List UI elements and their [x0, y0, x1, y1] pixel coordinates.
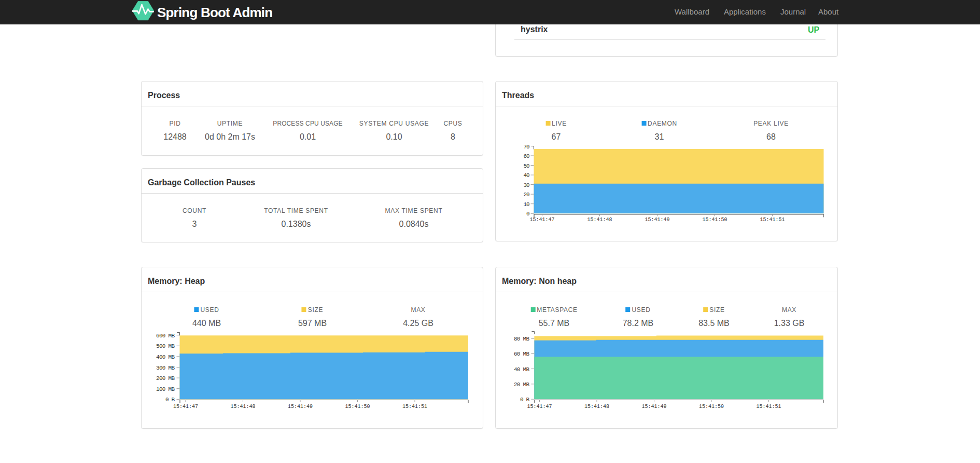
svg-text:15:41:49: 15:41:49 — [641, 404, 666, 410]
svg-text:15:41:51: 15:41:51 — [402, 404, 427, 410]
svg-text:15:41:51: 15:41:51 — [756, 404, 781, 410]
svg-text:15:41:50: 15:41:50 — [702, 217, 727, 223]
svg-text:500 MB: 500 MB — [156, 343, 175, 349]
svg-text:0 B: 0 B — [165, 397, 175, 403]
svg-text:10: 10 — [524, 201, 530, 208]
svg-text:15:41:48: 15:41:48 — [587, 217, 612, 223]
svg-text:60 MB: 60 MB — [514, 351, 529, 357]
svg-text:15:41:48: 15:41:48 — [584, 404, 609, 410]
svg-text:100 MB: 100 MB — [156, 386, 175, 392]
svg-text:50: 50 — [524, 163, 530, 169]
svg-text:30: 30 — [524, 182, 530, 188]
svg-text:20 MB: 20 MB — [514, 382, 529, 388]
svg-text:15:41:47: 15:41:47 — [527, 404, 552, 410]
svg-text:40 MB: 40 MB — [514, 366, 529, 373]
svg-text:15:41:49: 15:41:49 — [645, 217, 669, 223]
svg-text:0: 0 — [526, 211, 530, 217]
svg-text:600 MB: 600 MB — [156, 333, 175, 339]
svg-text:15:41:49: 15:41:49 — [288, 404, 313, 410]
svg-text:15:41:50: 15:41:50 — [699, 404, 724, 410]
svg-text:400 MB: 400 MB — [156, 354, 175, 360]
svg-text:0 B: 0 B — [520, 397, 529, 403]
svg-text:15:41:50: 15:41:50 — [345, 404, 370, 410]
svg-text:80 MB: 80 MB — [514, 336, 529, 342]
svg-text:60: 60 — [524, 153, 530, 159]
svg-text:15:41:51: 15:41:51 — [760, 217, 785, 223]
svg-text:200 MB: 200 MB — [156, 375, 175, 382]
svg-text:15:41:47: 15:41:47 — [529, 217, 554, 223]
svg-text:40: 40 — [524, 172, 530, 179]
svg-text:70: 70 — [524, 144, 530, 150]
svg-text:20: 20 — [524, 192, 530, 198]
svg-text:15:41:48: 15:41:48 — [230, 404, 255, 410]
svg-text:300 MB: 300 MB — [156, 365, 175, 371]
svg-text:15:41:47: 15:41:47 — [173, 404, 198, 410]
